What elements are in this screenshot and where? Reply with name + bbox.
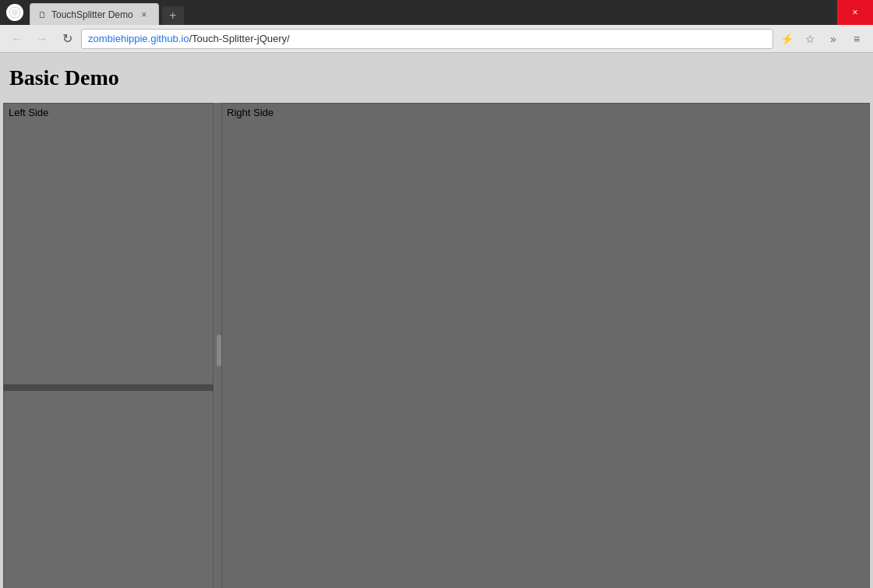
splitter-container: Left Side Right Side xyxy=(0,103,873,588)
tab-label: TouchSplitter Demo xyxy=(51,9,133,20)
horizontal-splitter[interactable] xyxy=(3,385,214,391)
svg-point-1 xyxy=(12,9,18,16)
page-title: Basic Demo xyxy=(9,59,864,97)
address-bar[interactable]: zombiehippie.github.io/Touch-Splitter-jQ… xyxy=(81,29,773,49)
nav-bar: ← → ↻ zombiehippie.github.io/Touch-Split… xyxy=(0,25,873,53)
title-bar-controls: × xyxy=(837,0,873,25)
back-button[interactable]: ← xyxy=(6,28,28,50)
right-side-label: Right Side xyxy=(227,107,274,118)
address-url: zombiehippie.github.io/Touch-Splitter-jQ… xyxy=(88,33,290,44)
refresh-button[interactable]: ↻ xyxy=(56,28,78,50)
left-top-pane: Left Side xyxy=(3,103,214,385)
right-panel: Right Side xyxy=(221,103,870,588)
more-button[interactable]: » xyxy=(823,29,843,49)
forward-button[interactable]: → xyxy=(31,28,53,50)
new-tab-button[interactable]: + xyxy=(162,6,184,25)
lightning-icon[interactable]: ⚡ xyxy=(776,29,797,49)
left-side-label: Left Side xyxy=(9,107,48,118)
address-path: /Touch-Splitter-jQuery/ xyxy=(189,33,289,44)
title-bar-left: 🗋 TouchSplitter Demo × + xyxy=(0,0,837,25)
window-close-button[interactable]: × xyxy=(837,0,873,25)
left-bottom-pane xyxy=(3,391,214,588)
vertical-splitter[interactable] xyxy=(214,103,221,588)
nav-actions: ⚡ ☆ » ≡ xyxy=(776,29,867,49)
tab-bar: 🗋 TouchSplitter Demo × + xyxy=(30,0,184,25)
title-bar: 🗋 TouchSplitter Demo × + × xyxy=(0,0,873,25)
left-panel: Left Side xyxy=(3,103,214,588)
page-content: Basic Demo xyxy=(0,53,873,103)
tab-page-icon: 🗋 xyxy=(38,10,47,19)
browser-tab[interactable]: 🗋 TouchSplitter Demo × xyxy=(30,3,159,25)
address-host: zombiehippie.github.io xyxy=(88,33,189,44)
browser-logo xyxy=(6,4,23,21)
bookmark-icon[interactable]: ☆ xyxy=(800,29,820,49)
menu-button[interactable]: ≡ xyxy=(846,29,867,49)
tab-close-button[interactable]: × xyxy=(138,9,150,21)
